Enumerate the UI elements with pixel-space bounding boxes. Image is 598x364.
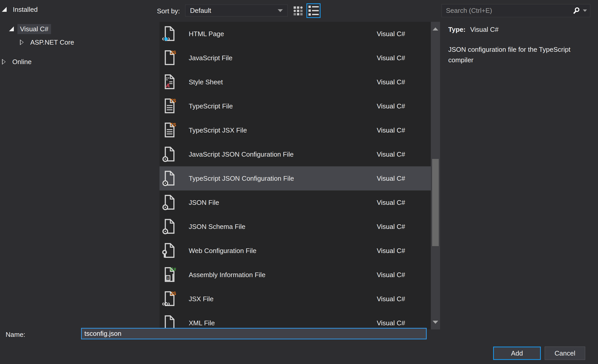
svg-text:JS: JS [170, 50, 176, 55]
list-item[interactable]: HTML Page Visual C# [160, 22, 431, 46]
tree-item-online[interactable]: Online [2, 56, 34, 67]
list-view-icon [308, 6, 319, 16]
list-item[interactable]: JavaScript JSON Configuration File Visua… [160, 142, 431, 166]
list-item-name: HTML Page [189, 30, 224, 38]
typescript-file-icon: TS [162, 98, 176, 114]
list-item[interactable]: TS TypeScript JSX File Visual C# [160, 118, 431, 142]
list-item-category: Visual C# [377, 319, 405, 327]
name-label: Name: [6, 331, 25, 339]
tree-item-label: ASP.NET Core [28, 37, 77, 47]
grid-view-button[interactable] [291, 5, 305, 17]
list-item[interactable]: XML File Visual C# [160, 311, 431, 329]
html-page-icon [162, 25, 176, 42]
tree-item-label: Installed [10, 5, 40, 15]
template-tree: Installed Visual C# ASP.NET Core Online [0, 0, 159, 328]
type-value: Visual C# [470, 26, 499, 34]
jsx-file-icon: JS [162, 290, 176, 307]
list-item-category: Visual C# [377, 223, 405, 231]
scroll-up-icon[interactable] [433, 27, 438, 31]
tree-item-installed[interactable]: Installed [2, 4, 40, 15]
list-item[interactable]: A Style Sheet Visual C# [160, 70, 431, 94]
list-item-name: JSON File [189, 199, 219, 207]
add-button[interactable]: Add [493, 347, 541, 360]
tree-item-label: Visual C# [17, 24, 51, 34]
list-item-name: Assembly Information File [189, 271, 265, 279]
template-list: HTML Page Visual C# JS JavaScript File V… [160, 22, 440, 329]
expander-expanded-icon[interactable] [9, 27, 14, 31]
scrollbar-thumb[interactable] [432, 159, 439, 246]
list-scrollbar[interactable] [431, 22, 440, 329]
list-item-category: Visual C# [377, 295, 405, 303]
list-item-category: Visual C# [377, 78, 405, 86]
list-item-category: Visual C# [377, 30, 405, 38]
list-item[interactable]: JS JavaScript File Visual C# [160, 46, 431, 70]
svg-text:TS: TS [170, 122, 176, 127]
json-file-icon [162, 146, 176, 162]
list-item[interactable]: JS JSX File Visual C# [160, 287, 431, 311]
type-label: Type: [448, 26, 465, 34]
list-item-category: Visual C# [377, 175, 405, 183]
search-box [442, 4, 590, 17]
list-item[interactable]: TS TypeScript File Visual C# [160, 94, 431, 118]
list-item-name: TypeScript JSX File [189, 126, 247, 134]
grid-view-icon [294, 6, 303, 15]
style-sheet-icon: A [162, 74, 176, 90]
expander-collapsed-icon[interactable] [2, 59, 6, 65]
name-input[interactable] [81, 328, 427, 339]
javascript-file-icon: JS [162, 49, 176, 66]
list-item[interactable]: JSON File Visual C# [160, 190, 431, 215]
cancel-button[interactable]: Cancel [545, 347, 585, 360]
list-item-category: Visual C# [377, 150, 405, 158]
list-item[interactable]: C# i Assembly Information File Visual C# [160, 263, 431, 287]
tree-item-visual-csharp[interactable]: Visual C# [9, 23, 51, 35]
search-icon[interactable] [573, 7, 580, 15]
item-description: JSON configuration file for the TypeScri… [448, 44, 593, 65]
list-view-button[interactable] [306, 3, 321, 18]
typescript-file-icon: TS [162, 122, 176, 138]
json-file-icon [162, 170, 176, 186]
list-item-category: Visual C# [377, 126, 405, 134]
list-item-name: XML File [189, 319, 215, 327]
list-item-name: JSX File [189, 295, 214, 303]
list-item-category: Visual C# [377, 199, 405, 207]
list-item-category: Visual C# [377, 271, 405, 279]
expander-expanded-icon[interactable] [2, 7, 7, 12]
list-item-category: Visual C# [377, 54, 405, 62]
list-item[interactable]: TypeScript JSON Configuration File Visua… [160, 166, 431, 190]
web-config-file-icon [162, 242, 176, 259]
svg-text:JS: JS [170, 291, 176, 296]
list-item[interactable]: Web Configuration File Visual C# [160, 239, 431, 263]
list-item-name: TypeScript JSON Configuration File [189, 175, 294, 183]
list-item-category: Visual C# [377, 102, 405, 110]
json-file-icon [162, 194, 176, 210]
search-input[interactable] [446, 7, 573, 15]
sort-by-label: Sort by: [157, 7, 180, 15]
tree-item-aspnet-core[interactable]: ASP.NET Core [20, 37, 77, 48]
assembly-info-file-icon: C# i [162, 266, 176, 283]
xml-file-icon [162, 315, 176, 329]
list-item-name: Style Sheet [189, 78, 223, 86]
list-item-name: JavaScript File [189, 54, 233, 62]
svg-text:A: A [165, 82, 170, 89]
list-item[interactable]: JSON Schema File Visual C# [160, 215, 431, 239]
svg-text:TS: TS [170, 98, 176, 103]
list-item-name: TypeScript File [189, 102, 233, 110]
chevron-down-icon [278, 9, 283, 12]
list-item-name: JSON Schema File [189, 223, 245, 231]
scroll-down-icon[interactable] [433, 321, 438, 324]
svg-text:C#: C# [170, 267, 176, 272]
sort-dropdown[interactable]: Default [185, 5, 288, 16]
item-info-panel: Type: Visual C# JSON configuration file … [448, 26, 593, 65]
search-options-chevron-icon[interactable] [583, 9, 587, 12]
sort-dropdown-value: Default [190, 7, 211, 15]
list-item-name: Web Configuration File [189, 247, 256, 255]
tree-item-label: Online [10, 57, 34, 67]
svg-text:i: i [167, 276, 168, 280]
list-item-name: JavaScript JSON Configuration File [189, 150, 294, 158]
expander-collapsed-icon[interactable] [20, 39, 24, 45]
add-new-item-dialog: { "tree": { "installed": { "label": "Ins… [0, 0, 598, 364]
json-file-icon [162, 218, 176, 235]
list-item-category: Visual C# [377, 247, 405, 255]
